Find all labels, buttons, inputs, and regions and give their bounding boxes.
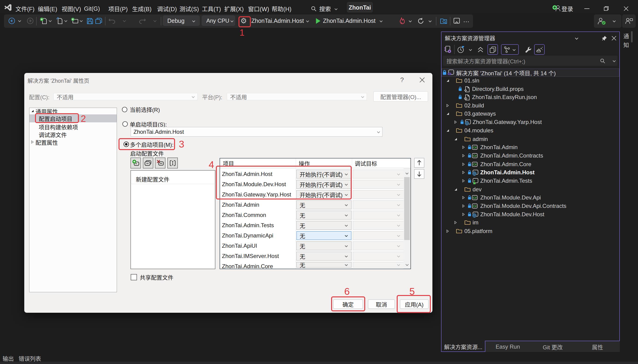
svg-text:C#: C# xyxy=(473,196,477,200)
svg-text:C#: C# xyxy=(473,163,477,166)
svg-text:C#: C# xyxy=(473,146,477,149)
svg-text:C#: C# xyxy=(473,154,477,158)
svg-text:C#: C# xyxy=(473,204,477,208)
